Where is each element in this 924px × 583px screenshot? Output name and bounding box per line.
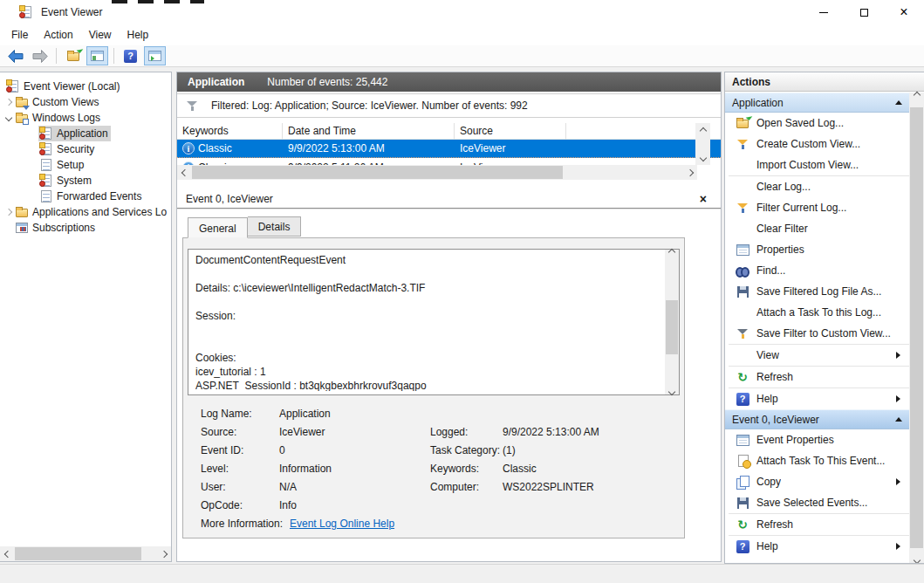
action-attach-task-to-this-log[interactable]: Attach a Task To this Log... — [725, 302, 909, 323]
actions-section-event[interactable]: Event 0, IceViewer — [725, 409, 909, 429]
actions-section-application[interactable]: Application — [725, 93, 909, 113]
action-attach-task-to-this-event[interactable]: Attach Task To This Event... — [725, 450, 909, 471]
scrollbar-thumb[interactable] — [666, 300, 678, 354]
action-filter-current-log[interactable]: Filter Current Log... — [725, 197, 909, 218]
filter-icon — [734, 138, 751, 150]
action-view[interactable]: View — [725, 345, 909, 366]
log-icon — [39, 174, 53, 188]
scroll-left-icon[interactable] — [0, 546, 15, 561]
tree-horizontal-scrollbar[interactable] — [0, 546, 171, 561]
action-properties[interactable]: Properties — [725, 239, 909, 260]
expander-collapsed-icon[interactable] — [3, 99, 14, 105]
event-list-vertical-scrollbar[interactable] — [695, 123, 710, 165]
scroll-right-icon[interactable] — [156, 546, 171, 561]
tree-item-event-viewer-local[interactable]: Event Viewer (Local) — [0, 79, 171, 94]
menu-view[interactable]: View — [81, 26, 120, 44]
expander-expanded-icon[interactable] — [3, 115, 14, 120]
event-message-box[interactable]: DocumentContentRequestEvent Details: c:\… — [188, 249, 680, 395]
column-keywords[interactable]: Keywords — [177, 123, 283, 140]
action-refresh-event[interactable]: Refresh — [725, 514, 909, 535]
tree-item-setup[interactable]: Setup — [0, 157, 171, 173]
back-button[interactable] — [4, 46, 26, 65]
close-preview-icon[interactable] — [700, 193, 707, 205]
actions-vertical-scrollbar[interactable] — [909, 93, 924, 563]
event-log-online-help-link[interactable]: Event Log Online Help — [290, 518, 394, 530]
action-copy[interactable]: Copy — [725, 471, 909, 492]
toggle-console-tree-button[interactable] — [86, 46, 108, 65]
scroll-up-icon[interactable] — [665, 250, 679, 263]
table-row[interactable]: Classic 9/9/2022 5:11:26 AM IceViewer — [177, 158, 721, 165]
action-help-event[interactable]: Help — [725, 536, 909, 557]
action-save-filtered-log-file-as[interactable]: Save Filtered Log File As... — [725, 281, 909, 302]
tree-item-label: Forwarded Events — [57, 190, 141, 202]
minimize-button[interactable] — [804, 0, 844, 24]
toggle-action-pane-button[interactable] — [144, 46, 166, 65]
table-row[interactable]: Classic 9/9/2022 5:13:00 AM IceViewer — [177, 140, 721, 158]
tree-item-system[interactable]: System — [0, 173, 171, 189]
menu-help[interactable]: Help — [120, 26, 157, 44]
field-label: Task Category: — [430, 444, 503, 456]
action-open-saved-log[interactable]: Open Saved Log... — [725, 113, 909, 134]
tree-item-subscriptions[interactable]: Subscriptions — [0, 220, 171, 236]
help-toolbar-button[interactable] — [120, 46, 141, 65]
scroll-up-icon[interactable] — [909, 93, 924, 107]
tab-general[interactable]: General — [188, 217, 248, 238]
tree-item-custom-views[interactable]: Custom Views — [0, 94, 171, 110]
close-button[interactable] — [884, 0, 924, 24]
tree-item-security[interactable]: Security — [0, 141, 171, 157]
background-window-artifact — [190, 0, 204, 3]
column-date-and-time[interactable]: Date and Time — [283, 123, 455, 140]
submenu-arrow-icon — [896, 543, 900, 550]
tab-details[interactable]: Details — [248, 216, 302, 237]
action-save-filter-to-custom-view[interactable]: Save Filter to Custom View... — [725, 323, 909, 344]
scroll-down-icon[interactable] — [909, 548, 924, 563]
action-save-selected-events[interactable]: Save Selected Events... — [725, 492, 909, 513]
actions-panel: Actions Application Open Saved Log... Cr… — [724, 72, 924, 564]
field-label: Event ID: — [183, 444, 279, 456]
scroll-up-icon[interactable] — [695, 123, 710, 138]
field-label: Keywords: — [430, 463, 503, 475]
save-icon — [734, 286, 751, 298]
custom-views-folder-icon — [15, 95, 29, 109]
scroll-down-icon[interactable] — [695, 150, 710, 165]
console-tree: Event Viewer (Local) Custom Views Window… — [0, 72, 171, 236]
column-source[interactable]: Source — [455, 123, 566, 140]
menu-action[interactable]: Action — [36, 26, 80, 44]
collapse-icon[interactable] — [895, 417, 902, 422]
menu-file[interactable]: File — [3, 26, 36, 44]
maximize-button[interactable] — [844, 0, 884, 24]
collapse-icon[interactable] — [895, 100, 902, 105]
tree-item-application[interactable]: Application — [0, 126, 171, 141]
action-find[interactable]: Find... — [725, 260, 909, 281]
filter-bar: Filtered: Log: Application; Source: IceV… — [177, 93, 721, 118]
tree-item-windows-logs[interactable]: Windows Logs — [0, 110, 171, 126]
scrollbar-thumb[interactable] — [192, 166, 563, 179]
background-window-artifact — [164, 0, 180, 3]
filter-description: Filtered: Log: Application; Source: IceV… — [211, 99, 528, 112]
action-event-properties[interactable]: Event Properties — [725, 429, 909, 450]
event-list-horizontal-scrollbar[interactable] — [177, 165, 697, 180]
field-label: Source: — [183, 426, 279, 438]
scroll-down-icon[interactable] — [665, 381, 679, 394]
scrollbar-thumb[interactable] — [15, 547, 141, 560]
expander-collapsed-icon[interactable] — [3, 209, 14, 215]
scroll-right-icon[interactable] — [682, 165, 697, 180]
scroll-left-icon[interactable] — [177, 165, 192, 180]
action-refresh[interactable]: Refresh — [725, 367, 909, 388]
tree-item-applications-and-services[interactable]: Applications and Services Lo — [0, 204, 171, 220]
scrollbar-thumb[interactable] — [910, 107, 923, 548]
action-import-custom-view[interactable]: Import Custom View... — [725, 154, 909, 175]
action-help[interactable]: Help — [725, 388, 909, 409]
field-value: Info — [279, 499, 430, 511]
refresh-icon — [734, 518, 751, 532]
field-label: Level: — [183, 463, 279, 475]
action-create-custom-view[interactable]: Create Custom View... — [725, 134, 909, 154]
action-clear-filter[interactable]: Clear Filter — [725, 218, 909, 239]
cell-date-time: 9/9/2022 5:11:26 AM — [283, 158, 455, 165]
tree-item-forwarded-events[interactable]: Forwarded Events — [0, 189, 171, 204]
information-level-icon — [182, 142, 195, 154]
action-clear-log[interactable]: Clear Log... — [725, 176, 909, 197]
export-log-button[interactable] — [62, 46, 84, 65]
message-vertical-scrollbar[interactable] — [665, 250, 679, 394]
forward-button[interactable] — [29, 46, 51, 65]
